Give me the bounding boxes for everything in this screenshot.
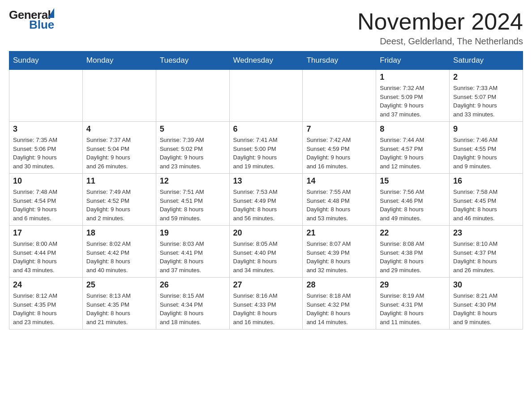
- calendar-cell: 4Sunrise: 7:37 AMSunset: 5:04 PMDaylight…: [82, 122, 156, 174]
- day-number: 3: [13, 124, 79, 134]
- day-info: Sunrise: 7:53 AMSunset: 4:49 PMDaylight:…: [233, 188, 299, 223]
- calendar-cell: 11Sunrise: 7:49 AMSunset: 4:52 PMDayligh…: [82, 174, 156, 226]
- day-info: Sunrise: 8:15 AMSunset: 4:34 PMDaylight:…: [160, 291, 226, 326]
- calendar-cell: 16Sunrise: 7:58 AMSunset: 4:45 PMDayligh…: [450, 174, 523, 226]
- title-block: November 2024 Deest, Gelderland, The Net…: [357, 9, 523, 47]
- calendar-cell: 12Sunrise: 7:51 AMSunset: 4:51 PMDayligh…: [156, 174, 229, 226]
- calendar-cell: [156, 70, 229, 122]
- day-info: Sunrise: 8:21 AMSunset: 4:30 PMDaylight:…: [453, 291, 519, 326]
- calendar-cell: 19Sunrise: 8:03 AMSunset: 4:41 PMDayligh…: [156, 226, 229, 278]
- day-number: 13: [233, 176, 299, 186]
- day-info: Sunrise: 7:32 AMSunset: 5:09 PMDaylight:…: [380, 84, 446, 119]
- day-number: 19: [160, 228, 226, 238]
- calendar-cell: 8Sunrise: 7:44 AMSunset: 4:57 PMDaylight…: [376, 122, 450, 174]
- day-number: 27: [233, 280, 299, 290]
- week-row-1: 1Sunrise: 7:32 AMSunset: 5:09 PMDaylight…: [9, 70, 523, 122]
- day-number: 7: [306, 124, 372, 134]
- day-info: Sunrise: 8:02 AMSunset: 4:42 PMDaylight:…: [86, 240, 152, 274]
- day-number: 22: [380, 228, 446, 238]
- day-number: 29: [380, 280, 446, 290]
- day-info: Sunrise: 7:56 AMSunset: 4:46 PMDaylight:…: [380, 188, 446, 223]
- calendar-cell: 5Sunrise: 7:39 AMSunset: 5:02 PMDaylight…: [156, 122, 229, 174]
- calendar-cell: 25Sunrise: 8:13 AMSunset: 4:35 PMDayligh…: [82, 278, 156, 330]
- day-info: Sunrise: 7:41 AMSunset: 5:00 PMDaylight:…: [233, 136, 299, 171]
- month-year-title: November 2024: [357, 9, 523, 34]
- day-info: Sunrise: 8:16 AMSunset: 4:33 PMDaylight:…: [233, 291, 299, 326]
- day-number: 4: [86, 124, 152, 134]
- calendar-cell: 29Sunrise: 8:19 AMSunset: 4:31 PMDayligh…: [376, 278, 450, 330]
- calendar-cell: 14Sunrise: 7:55 AMSunset: 4:48 PMDayligh…: [303, 174, 376, 226]
- calendar-cell: 21Sunrise: 8:07 AMSunset: 4:39 PMDayligh…: [303, 226, 376, 278]
- day-number: 2: [453, 73, 519, 82]
- day-number: 9: [453, 124, 519, 134]
- day-info: Sunrise: 8:18 AMSunset: 4:32 PMDaylight:…: [306, 291, 372, 326]
- calendar-cell: 9Sunrise: 7:46 AMSunset: 4:55 PMDaylight…: [450, 122, 523, 174]
- day-number: 12: [160, 176, 226, 186]
- calendar-cell: 13Sunrise: 7:53 AMSunset: 4:49 PMDayligh…: [229, 174, 303, 226]
- calendar-cell: [82, 70, 156, 122]
- day-info: Sunrise: 8:19 AMSunset: 4:31 PMDaylight:…: [380, 291, 446, 326]
- day-number: 18: [86, 228, 152, 238]
- weekday-header-wednesday: Wednesday: [229, 51, 303, 70]
- week-row-2: 3Sunrise: 7:35 AMSunset: 5:06 PMDaylight…: [9, 122, 523, 174]
- logo-triangle-icon: [48, 8, 54, 18]
- weekday-header-thursday: Thursday: [303, 51, 376, 70]
- calendar-cell: 18Sunrise: 8:02 AMSunset: 4:42 PMDayligh…: [82, 226, 156, 278]
- weekday-header-row: SundayMondayTuesdayWednesdayThursdayFrid…: [9, 51, 523, 70]
- weekday-header-monday: Monday: [82, 51, 156, 70]
- calendar-cell: 15Sunrise: 7:56 AMSunset: 4:46 PMDayligh…: [376, 174, 450, 226]
- calendar-cell: 10Sunrise: 7:48 AMSunset: 4:54 PMDayligh…: [9, 174, 83, 226]
- calendar-cell: 22Sunrise: 8:08 AMSunset: 4:38 PMDayligh…: [376, 226, 450, 278]
- weekday-header-saturday: Saturday: [450, 51, 523, 70]
- calendar-cell: 17Sunrise: 8:00 AMSunset: 4:44 PMDayligh…: [9, 226, 83, 278]
- day-number: 6: [233, 124, 299, 134]
- weekday-header-tuesday: Tuesday: [156, 51, 229, 70]
- logo-text-blue: Blue: [29, 19, 54, 30]
- day-info: Sunrise: 8:12 AMSunset: 4:35 PMDaylight:…: [13, 291, 79, 326]
- day-info: Sunrise: 7:42 AMSunset: 4:59 PMDaylight:…: [306, 136, 372, 171]
- weekday-header-friday: Friday: [376, 51, 450, 70]
- calendar-cell: 7Sunrise: 7:42 AMSunset: 4:59 PMDaylight…: [303, 122, 376, 174]
- calendar-cell: 20Sunrise: 8:05 AMSunset: 4:40 PMDayligh…: [229, 226, 303, 278]
- week-row-4: 17Sunrise: 8:00 AMSunset: 4:44 PMDayligh…: [9, 226, 523, 278]
- day-info: Sunrise: 8:08 AMSunset: 4:38 PMDaylight:…: [380, 240, 446, 274]
- week-row-5: 24Sunrise: 8:12 AMSunset: 4:35 PMDayligh…: [9, 278, 523, 330]
- calendar-table: SundayMondayTuesdayWednesdayThursdayFrid…: [9, 51, 523, 330]
- day-info: Sunrise: 8:07 AMSunset: 4:39 PMDaylight:…: [306, 240, 372, 274]
- day-info: Sunrise: 7:48 AMSunset: 4:54 PMDaylight:…: [13, 188, 79, 223]
- day-info: Sunrise: 7:55 AMSunset: 4:48 PMDaylight:…: [306, 188, 372, 223]
- day-info: Sunrise: 7:37 AMSunset: 5:04 PMDaylight:…: [86, 136, 152, 171]
- day-number: 15: [380, 176, 446, 186]
- day-number: 14: [306, 176, 372, 186]
- logo: General Blue: [9, 9, 54, 30]
- calendar-cell: 2Sunrise: 7:33 AMSunset: 5:07 PMDaylight…: [450, 70, 523, 122]
- calendar-cell: 30Sunrise: 8:21 AMSunset: 4:30 PMDayligh…: [450, 278, 523, 330]
- day-number: 20: [233, 228, 299, 238]
- day-info: Sunrise: 8:05 AMSunset: 4:40 PMDaylight:…: [233, 240, 299, 274]
- day-number: 5: [160, 124, 226, 134]
- day-number: 1: [380, 73, 446, 82]
- day-number: 10: [13, 176, 79, 186]
- day-number: 23: [453, 228, 519, 238]
- day-info: Sunrise: 7:49 AMSunset: 4:52 PMDaylight:…: [86, 188, 152, 223]
- calendar-cell: [9, 70, 83, 122]
- day-number: 16: [453, 176, 519, 186]
- week-row-3: 10Sunrise: 7:48 AMSunset: 4:54 PMDayligh…: [9, 174, 523, 226]
- day-info: Sunrise: 7:51 AMSunset: 4:51 PMDaylight:…: [160, 188, 226, 223]
- day-number: 28: [306, 280, 372, 290]
- calendar-cell: [229, 70, 303, 122]
- calendar-cell: 28Sunrise: 8:18 AMSunset: 4:32 PMDayligh…: [303, 278, 376, 330]
- calendar-cell: 27Sunrise: 8:16 AMSunset: 4:33 PMDayligh…: [229, 278, 303, 330]
- day-info: Sunrise: 7:35 AMSunset: 5:06 PMDaylight:…: [13, 136, 79, 171]
- day-info: Sunrise: 8:10 AMSunset: 4:37 PMDaylight:…: [453, 240, 519, 274]
- day-number: 17: [13, 228, 79, 238]
- calendar-cell: 3Sunrise: 7:35 AMSunset: 5:06 PMDaylight…: [9, 122, 83, 174]
- day-info: Sunrise: 8:00 AMSunset: 4:44 PMDaylight:…: [13, 240, 79, 274]
- day-number: 25: [86, 280, 152, 290]
- day-info: Sunrise: 7:46 AMSunset: 4:55 PMDaylight:…: [453, 136, 519, 171]
- calendar-cell: 24Sunrise: 8:12 AMSunset: 4:35 PMDayligh…: [9, 278, 83, 330]
- day-info: Sunrise: 7:33 AMSunset: 5:07 PMDaylight:…: [453, 84, 519, 119]
- calendar-cell: 23Sunrise: 8:10 AMSunset: 4:37 PMDayligh…: [450, 226, 523, 278]
- page-header: General Blue November 2024 Deest, Gelder…: [9, 9, 523, 47]
- day-number: 21: [306, 228, 372, 238]
